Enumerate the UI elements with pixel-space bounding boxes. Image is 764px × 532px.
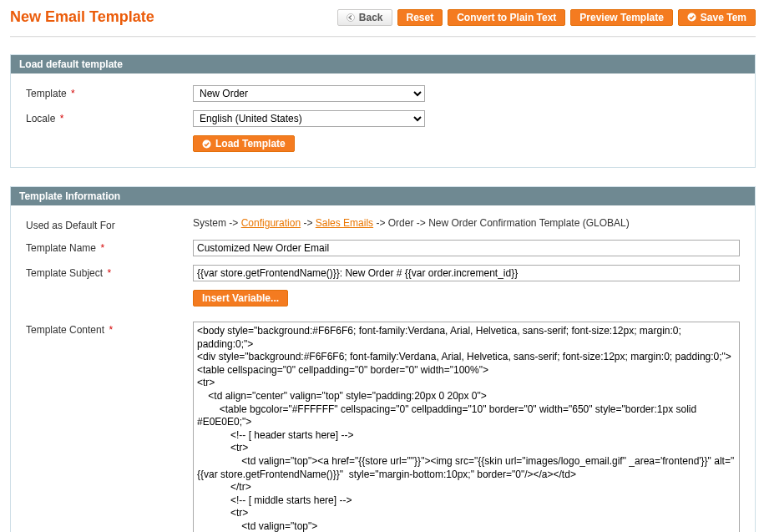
template-subject-label: Template Subject * [26,265,193,279]
page-title: New Email Template [10,8,154,26]
insert-variable-label: Insert Variable... [202,292,279,304]
check-icon [687,13,696,22]
load-template-section: Load default template Template * New Ord… [10,54,756,168]
breadcrumb: System -> Configuration -> Sales Emails … [193,217,740,229]
template-name-input[interactable] [193,240,740,256]
convert-button[interactable]: Convert to Plain Text [448,9,565,26]
page-header: New Email Template Back Reset Convert to… [10,8,756,26]
convert-button-label: Convert to Plain Text [457,12,556,23]
locale-label: Locale * [26,110,193,124]
back-button[interactable]: Back [337,9,392,26]
svg-point-2 [203,139,211,148]
load-template-heading: Load default template [11,55,755,73]
template-subject-input[interactable] [193,265,740,281]
svg-point-1 [687,13,696,22]
preview-button-label: Preview Template [579,12,664,23]
template-info-heading: Template Information [11,187,755,205]
insert-variable-button[interactable]: Insert Variable... [193,290,288,307]
locale-select[interactable]: English (United States) [193,110,425,127]
template-info-section: Template Information Used as Default For… [10,186,756,532]
template-content-label: Template Content * [26,322,193,336]
back-button-label: Back [359,12,383,23]
save-button-label: Save Tem [701,12,746,23]
back-arrow-icon [347,13,355,22]
template-name-label: Template Name * [26,240,193,254]
preview-button[interactable]: Preview Template [570,9,673,26]
save-button[interactable]: Save Tem [678,9,756,26]
template-content-textarea[interactable] [193,322,740,532]
button-bar: Back Reset Convert to Plain Text Preview… [337,9,756,26]
crumb-system: System [193,217,226,229]
crumb-config-link[interactable]: Configuration [241,217,301,229]
svg-point-0 [347,13,354,21]
reset-button[interactable]: Reset [397,9,443,26]
used-as-label: Used as Default For [26,217,193,231]
crumb-tail: New Order Confirmation Template (GLOBAL) [428,217,630,229]
load-template-button[interactable]: Load Template [193,135,295,152]
crumb-order: Order [388,217,414,229]
crumb-sales-link[interactable]: Sales Emails [316,217,373,229]
load-template-button-label: Load Template [215,138,286,149]
template-select[interactable]: New Order [193,85,425,102]
reset-button-label: Reset [407,12,434,23]
check-icon [202,139,211,149]
template-label: Template * [26,85,193,99]
header-divider [10,36,756,38]
